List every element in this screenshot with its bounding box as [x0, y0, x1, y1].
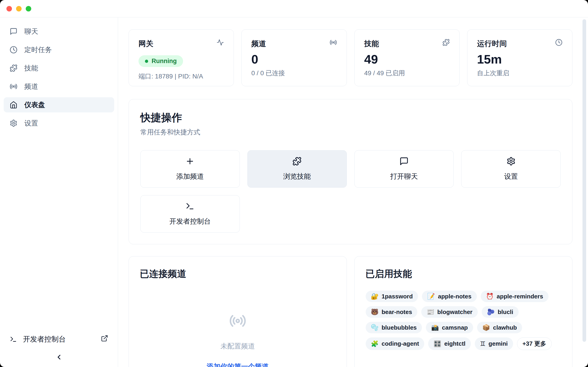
- skill-emoji: ♊: [480, 340, 485, 348]
- stat-detail: 端口: 18789 | PID: N/A: [138, 72, 224, 81]
- add-first-channel-link[interactable]: 添加你的第一个频道: [207, 362, 269, 367]
- channels-empty-state: 未配置频道 添加你的第一个频道: [140, 280, 336, 367]
- dev-console-label: 开发者控制台: [23, 334, 66, 344]
- sidebar-item-label: 聊天: [24, 27, 38, 36]
- stat-card-channels: 频道 0 0 / 0 已连接: [242, 29, 346, 86]
- sidebar-item-label: 技能: [24, 64, 38, 73]
- radio-icon: [330, 39, 337, 47]
- external-link-icon[interactable]: [101, 335, 108, 344]
- quick-actions-title: 快捷操作: [140, 111, 561, 125]
- terminal-icon: [185, 202, 195, 211]
- skill-name: camsnap: [442, 324, 468, 331]
- quick-actions-panel: 快捷操作 常用任务和快捷方式 添加频道 浏览技能 打开聊天: [129, 99, 572, 244]
- skill-name: blucli: [498, 309, 513, 316]
- zoom-window-button[interactable]: [26, 6, 31, 11]
- skill-chip: 🫐blucli: [482, 306, 519, 318]
- skill-chip: 📰blogwatcher: [421, 306, 478, 318]
- skill-name: apple-notes: [438, 293, 472, 300]
- skill-chip: 📸camsnap: [426, 322, 473, 333]
- quick-actions-grid: 添加频道 浏览技能 打开聊天 设置: [140, 150, 561, 233]
- add-channel-button[interactable]: 添加频道: [140, 150, 240, 188]
- stat-title: 频道: [251, 39, 266, 49]
- gateway-status-badge: Running: [138, 55, 183, 67]
- skill-emoji: ⏰: [486, 293, 494, 300]
- action-label: 添加频道: [176, 172, 204, 181]
- bottom-grid: 已连接频道 未配置频道 添加你的第一个频道 已启用技能 🔐1password 📝…: [129, 256, 572, 367]
- settings-button[interactable]: 设置: [461, 150, 561, 188]
- skill-name: bear-notes: [381, 309, 412, 316]
- status-dot: [145, 60, 148, 63]
- stat-title: 运行时间: [477, 39, 507, 49]
- browse-skills-button[interactable]: 浏览技能: [247, 150, 347, 188]
- app-window: 聊天 定时任务 技能 频道 仪表盘 设置: [0, 0, 588, 367]
- sidebar-item-dashboard[interactable]: 仪表盘: [4, 97, 114, 112]
- action-label: 打开聊天: [390, 172, 418, 181]
- stat-value: 15m: [477, 52, 562, 66]
- terminal-icon: [10, 336, 17, 343]
- skill-name: 1password: [381, 293, 413, 300]
- skill-name: gemini: [489, 340, 508, 347]
- skill-emoji: 📦: [482, 324, 490, 331]
- skill-chip: 📦clawhub: [477, 322, 522, 333]
- skill-emoji: 🫧: [371, 324, 379, 331]
- status-label: Running: [152, 58, 177, 65]
- more-skills-chip[interactable]: +37 更多: [517, 337, 552, 350]
- collapse-sidebar-button[interactable]: [4, 353, 114, 361]
- skill-chip: 📝apple-notes: [422, 291, 477, 302]
- radio-icon: [229, 312, 246, 331]
- puzzle-icon: [442, 39, 450, 47]
- skill-emoji: 🔐: [371, 293, 379, 300]
- stat-card-gateway: 网关 Running 端口: 18789 | PID: N/A: [129, 29, 234, 86]
- sidebar-item-label: 设置: [24, 119, 38, 128]
- empty-channels-text: 未配置频道: [221, 342, 255, 351]
- sidebar-footer: 开发者控制台: [4, 332, 114, 361]
- stat-card-skills: 技能 49 49 / 49 已启用: [355, 29, 460, 86]
- skill-name: coding-agent: [381, 340, 419, 347]
- chat-icon: [399, 157, 409, 166]
- chevron-left-icon: [55, 353, 63, 361]
- stat-value: 49: [364, 52, 450, 66]
- stat-detail: 49 / 49 已启用: [364, 69, 450, 77]
- skill-name: apple-reminders: [497, 293, 543, 300]
- stat-value: 0: [251, 52, 337, 66]
- stat-detail: 自上次重启: [477, 69, 562, 77]
- skill-name: bluebubbles: [381, 324, 417, 331]
- skill-emoji: 📰: [426, 308, 434, 316]
- sidebar-item-settings[interactable]: 设置: [4, 116, 114, 131]
- skills-chip-list: 🔐1password 📝apple-notes ⏰apple-reminders…: [366, 291, 561, 350]
- skill-emoji: 🧩: [371, 340, 379, 348]
- skill-chip: 🧩coding-agent: [366, 337, 424, 350]
- close-window-button[interactable]: [6, 6, 12, 11]
- minimize-window-button[interactable]: [16, 6, 22, 11]
- skill-emoji: 🎛️: [433, 340, 441, 348]
- sidebar-item-channels[interactable]: 频道: [4, 79, 114, 94]
- sidebar-item-label: 定时任务: [24, 45, 52, 55]
- home-icon: [10, 101, 17, 109]
- skill-chip: ♊gemini: [475, 337, 513, 350]
- sidebar-item-label: 仪表盘: [24, 100, 45, 110]
- scrollbar-thumb[interactable]: [582, 19, 586, 342]
- action-label: 开发者控制台: [169, 217, 211, 226]
- dev-console-button[interactable]: 开发者控制台: [140, 195, 240, 233]
- skill-chip: 🎛️eightctl: [428, 337, 471, 350]
- skill-emoji: 🫐: [487, 308, 495, 316]
- puzzle-icon: [10, 64, 17, 72]
- clock-icon: [10, 46, 17, 54]
- sidebar: 聊天 定时任务 技能 频道 仪表盘 设置: [0, 17, 118, 367]
- action-label: 浏览技能: [283, 172, 311, 181]
- sidebar-item-chat[interactable]: 聊天: [4, 24, 114, 39]
- stat-title: 技能: [364, 39, 379, 49]
- quick-actions-subtitle: 常用任务和快捷方式: [140, 128, 561, 137]
- skill-name: blogwatcher: [437, 309, 473, 316]
- open-chat-button[interactable]: 打开聊天: [355, 150, 454, 188]
- dev-console-link[interactable]: 开发者控制台: [4, 332, 114, 346]
- skill-chip: ⏰apple-reminders: [481, 291, 548, 302]
- clock-icon: [555, 39, 562, 47]
- plus-icon: [185, 157, 195, 166]
- sidebar-item-skills[interactable]: 技能: [4, 60, 114, 76]
- title-bar: [0, 0, 588, 17]
- chat-icon: [10, 27, 17, 35]
- sidebar-item-scheduled-tasks[interactable]: 定时任务: [4, 42, 114, 57]
- radio-icon: [10, 83, 17, 90]
- skill-emoji: 🐻: [371, 308, 379, 316]
